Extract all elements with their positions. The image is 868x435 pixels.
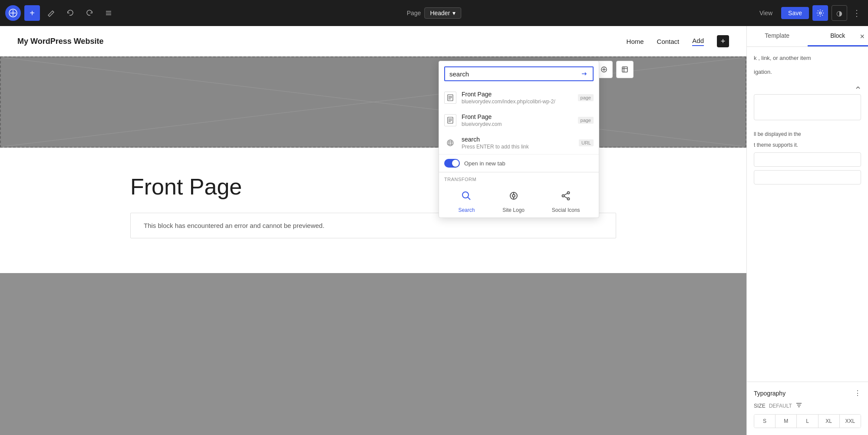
search-input-wrapper: [444, 66, 594, 81]
result-type-1: page: [578, 94, 594, 101]
tab-block[interactable]: Block: [808, 26, 868, 46]
action-edit-button[interactable]: [616, 61, 634, 78]
svg-point-29: [462, 192, 469, 198]
toolbar-right: View Save ◑ ⋮: [754, 5, 863, 21]
sidebar-close-button[interactable]: ×: [860, 32, 865, 41]
add-block-button[interactable]: +: [24, 5, 40, 21]
search-input[interactable]: [449, 70, 581, 78]
description-textarea[interactable]: [754, 94, 861, 120]
redo-button[interactable]: [82, 5, 97, 21]
transform-social-icons[interactable]: Social Icons: [552, 187, 580, 213]
transform-section: TRANSFORM Search Site Log: [439, 172, 599, 218]
size-filter-button[interactable]: [795, 402, 802, 409]
typography-more-button[interactable]: ⋮: [854, 389, 861, 397]
svg-point-35: [568, 192, 570, 194]
page-icon-2: [444, 114, 456, 126]
sidebar-description: k , link, or another item: [754, 54, 861, 63]
main-area: My WordPress Website Home Contact Add +: [0, 26, 868, 435]
chevron-up-icon: [855, 85, 861, 91]
nav-items: Home Contact Add +: [627, 35, 729, 47]
result-url-1: blueivorydev.com/index.php/colibri-wp-2/: [462, 99, 573, 105]
result-info-3: search Press ENTER to add this link: [462, 136, 574, 150]
error-text: This block has encountered an error and …: [144, 222, 603, 229]
color-mode-button[interactable]: ◑: [832, 5, 847, 21]
size-label: SIZE: [754, 403, 766, 409]
chevron-down-icon: ▾: [452, 10, 455, 16]
size-btn-m[interactable]: M: [776, 415, 797, 428]
nav-home[interactable]: Home: [627, 38, 644, 45]
result-item-front-page-2[interactable]: Front Page blueivorydev.com page: [439, 109, 599, 132]
size-btn-s[interactable]: S: [754, 415, 776, 428]
sidebar-section-1: [754, 81, 861, 122]
toggle-knob: [452, 160, 459, 167]
svg-point-32: [512, 194, 515, 197]
result-type-3: URL: [579, 139, 594, 146]
result-title-1: Front Page: [462, 91, 573, 98]
transform-search[interactable]: Search: [458, 187, 475, 213]
result-url-3: Press ENTER to add this link: [462, 144, 574, 150]
view-button[interactable]: View: [754, 7, 778, 19]
typography-title: Typography: [754, 390, 785, 397]
search-submit-button[interactable]: [581, 70, 588, 78]
page-content: Front Page This block has encountered an…: [0, 148, 746, 273]
nav-contact[interactable]: Contact: [657, 38, 680, 45]
save-button[interactable]: Save: [781, 7, 809, 19]
typography-section: Typography ⋮ SIZE DEFAULT S M L XL XXL: [747, 382, 868, 435]
social-icons-transform-icon: [557, 187, 574, 204]
result-title-2: Front Page: [462, 113, 573, 120]
size-buttons: S M L XL XXL: [754, 414, 861, 428]
header-pill[interactable]: Header ▾: [424, 7, 461, 19]
settings-button[interactable]: [812, 5, 828, 21]
svg-point-37: [568, 198, 570, 200]
globe-icon: [444, 137, 456, 149]
tab-template[interactable]: Template: [747, 26, 808, 46]
theme-text-1: ll be displayed in the: [754, 131, 861, 138]
transform-social-icons-label: Social Icons: [552, 207, 580, 213]
theme-text-2: t theme supports it.: [754, 142, 861, 149]
open-new-tab-row: Open in new tab: [439, 154, 599, 172]
edit-tool-button[interactable]: [43, 5, 59, 21]
toolbar: + Page Header ▾ View Save: [0, 0, 868, 26]
size-btn-xl[interactable]: XL: [818, 415, 840, 428]
result-url-2: blueivorydev.com: [462, 121, 573, 127]
toolbar-center: Page Header ▾: [407, 7, 462, 19]
svg-point-4: [819, 12, 822, 14]
mode-icon: ◑: [836, 9, 842, 17]
transform-site-logo-label: Site Logo: [502, 207, 525, 213]
svg-line-38: [564, 194, 568, 195]
more-options-button[interactable]: ⋮: [851, 8, 863, 18]
result-info-1: Front Page blueivorydev.com/index.php/co…: [462, 91, 573, 105]
sidebar-content: k , link, or another item igation. ll be…: [747, 47, 868, 382]
wp-logo[interactable]: [5, 5, 21, 21]
nav-add-icon[interactable]: +: [717, 35, 729, 47]
size-row: SIZE DEFAULT: [754, 402, 861, 409]
result-title-3: search: [462, 136, 574, 143]
result-item-front-page-1[interactable]: Front Page blueivorydev.com/index.php/co…: [439, 86, 599, 109]
sidebar-input-field[interactable]: [754, 152, 861, 167]
canvas: My WordPress Website Home Contact Add +: [0, 26, 746, 435]
sidebar-section-header-1[interactable]: [754, 81, 861, 94]
search-dropdown: Front Page blueivorydev.com/index.php/co…: [439, 61, 599, 218]
transform-icons: Search Site Logo: [444, 187, 594, 213]
result-info-2: Front Page blueivorydev.com: [462, 113, 573, 127]
site-title: My WordPress Website: [17, 37, 103, 46]
svg-line-30: [468, 198, 471, 200]
sidebar-tabs: Template Block ×: [747, 26, 868, 47]
result-item-search-url[interactable]: search Press ENTER to add this link URL: [439, 132, 599, 154]
typography-header: Typography ⋮: [754, 389, 861, 397]
svg-rect-8: [622, 67, 627, 72]
size-btn-xxl[interactable]: XXL: [840, 415, 861, 428]
header-label: Header: [430, 10, 450, 16]
size-btn-l[interactable]: L: [797, 415, 818, 428]
open-new-tab-label: Open in new tab: [464, 160, 505, 167]
search-transform-icon: [458, 187, 475, 204]
open-new-tab-toggle[interactable]: [444, 159, 460, 168]
document-overview-button[interactable]: [101, 5, 116, 21]
transform-site-logo[interactable]: Site Logo: [502, 187, 525, 213]
transform-label: TRANSFORM: [444, 177, 594, 182]
nav-add[interactable]: Add: [692, 37, 704, 46]
site-logo-transform-icon: [505, 187, 522, 204]
sidebar-input-field-2[interactable]: [754, 170, 861, 185]
undo-button[interactable]: [63, 5, 78, 21]
svg-line-39: [564, 197, 568, 198]
